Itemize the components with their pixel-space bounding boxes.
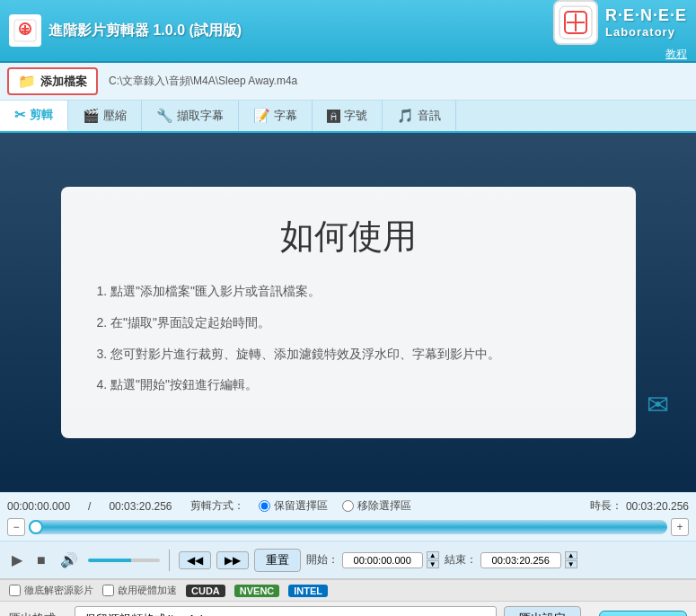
play-button[interactable]: ▶ <box>7 550 27 570</box>
how-to-steps: 1. 點選"添加檔案"匯入影片或音訊檔案。 2. 在"擷取"界面設定起始時間。 … <box>97 277 600 399</box>
brand-subtitle: Laboratory <box>605 25 687 39</box>
tab-subtitle[interactable]: 📝 字幕 <box>239 101 313 131</box>
format-row: 匯出格式： 保留源視頻格式(*.m4a) 匯出設定 <box>0 602 590 616</box>
time-separator: / <box>88 500 91 513</box>
keep-radio[interactable]: 保留選擇區 <box>259 498 328 514</box>
tab-denoise[interactable]: 🔧 擷取字幕 <box>142 101 239 131</box>
title-bar: + 進階影片剪輯器 1.0.0 (試用版) R·E·N·E·E Laborato… <box>0 0 696 63</box>
timeline-bar-wrap: − + <box>7 518 689 536</box>
cut-mode-label: 剪輯方式： <box>190 498 244 514</box>
tabs-bar: ✂ 剪輯 🎬 壓縮 🔧 擷取字幕 📝 字幕 🅰 字號 🎵 音訊 <box>0 101 696 133</box>
tab-compress-label: 壓縮 <box>103 108 127 124</box>
cuda-badge: CUDA <box>186 585 225 597</box>
step-4: 4. 點選"開始"按鈕進行編輯。 <box>97 371 600 399</box>
tab-watermark-label: 字號 <box>344 108 367 124</box>
timeline-info: 00:00:00.000 / 00:03:20.256 剪輯方式： 保留選擇區 … <box>7 497 689 515</box>
separator-1 <box>169 550 170 571</box>
next-frame-button[interactable]: ▶▶ <box>216 551 249 569</box>
title-right: R·E·N·E·E Laboratory 教程 <box>553 0 687 62</box>
duration-label: 時長： <box>590 498 622 514</box>
end-time-input[interactable] <box>480 552 561 568</box>
bottom-section: 徹底解密源影片 啟用硬體加速 CUDA NVENC INTEL 匯出格式： 保留… <box>0 578 696 616</box>
output-settings-button[interactable]: 匯出設定 <box>504 606 581 616</box>
timeline-zoom-out[interactable]: − <box>7 518 25 536</box>
step-2: 2. 在"擷取"界面設定起始時間。 <box>97 309 600 337</box>
tab-subtitle-label: 字幕 <box>274 108 297 124</box>
decrypt-label: 徹底解密源影片 <box>24 584 93 597</box>
total-time: 00:03:20.256 <box>109 500 172 513</box>
keep-label: 保留選擇區 <box>274 498 328 514</box>
prev-frame-button[interactable]: ◀◀ <box>179 551 211 569</box>
volume-slider[interactable] <box>88 559 160 562</box>
start-down-btn[interactable]: ▼ <box>427 560 439 568</box>
cut-mode-group: 剪輯方式： 保留選擇區 移除選擇區 <box>190 498 411 514</box>
gpu-row: 徹底解密源影片 啟用硬體加速 CUDA NVENC INTEL <box>0 580 696 602</box>
start-button[interactable]: 開始 <box>599 611 687 616</box>
keep-radio-input[interactable] <box>259 500 270 512</box>
reset-button[interactable]: 重置 <box>254 549 301 572</box>
duration-value: 00:03:20.256 <box>626 500 689 513</box>
tab-compress[interactable]: 🎬 壓縮 <box>68 101 142 131</box>
format-select[interactable]: 保留源視頻格式(*.m4a) <box>75 606 497 616</box>
start-spin-btns: ▲ ▼ <box>427 551 439 568</box>
time-right: 時長： 00:03:20.256 <box>590 498 689 514</box>
end-time-group: 結束： ▲ ▼ <box>445 551 577 568</box>
tab-audio-label: 音訊 <box>418 108 441 124</box>
app-title: 進階影片剪輯器 1.0.0 (試用版) <box>48 22 242 40</box>
volume-button[interactable]: 🔊 <box>56 550 83 570</box>
intel-badge: INTEL <box>288 585 328 597</box>
brand-text: R·E·N·E·E Laboratory <box>605 6 687 39</box>
compress-icon: 🎬 <box>83 108 100 124</box>
denoise-icon: 🔧 <box>156 108 173 124</box>
main-area: 如何使用 1. 點選"添加檔案"匯入影片或音訊檔案。 2. 在"擷取"界面設定起… <box>0 133 696 492</box>
brand-logo: R·E·N·E·E Laboratory <box>553 0 687 45</box>
how-to-panel: 如何使用 1. 點選"添加檔案"匯入影片或音訊檔案。 2. 在"擷取"界面設定起… <box>61 187 636 438</box>
brand-icon <box>553 0 598 45</box>
file-path: C:\文章錄入\音頻\M4A\Sleep Away.m4a <box>103 72 303 91</box>
tutorial-link[interactable]: 教程 <box>665 47 687 62</box>
watermark-icon: 🅰 <box>327 109 340 124</box>
subtitle-icon: 📝 <box>253 108 270 124</box>
format-label: 匯出格式： <box>9 611 67 616</box>
audio-icon: 🎵 <box>397 108 414 124</box>
cut-icon: ✂ <box>14 107 26 123</box>
output-rows-wrap: 匯出格式： 保留源視頻格式(*.m4a) 匯出設定 匯出位置： 📁 🔍 <box>0 602 590 616</box>
remove-label: 移除選擇區 <box>357 498 411 514</box>
remove-radio-input[interactable] <box>342 500 354 512</box>
output-rows-and-start: 匯出格式： 保留源視頻格式(*.m4a) 匯出設定 匯出位置： 📁 🔍 開始 <box>0 602 696 616</box>
tab-cut-label: 剪輯 <box>30 107 53 123</box>
brand-name: R·E·N·E·E <box>605 6 687 25</box>
tab-denoise-label: 擷取字幕 <box>177 108 224 124</box>
end-down-btn[interactable]: ▼ <box>565 560 577 568</box>
decrypt-check-input[interactable] <box>9 585 21 596</box>
timeline-bar[interactable] <box>29 520 667 534</box>
remove-radio[interactable]: 移除選擇區 <box>342 498 411 514</box>
timeline-thumb[interactable] <box>29 520 43 534</box>
decrypt-checkbox[interactable]: 徹底解密源影片 <box>9 584 93 597</box>
toolbar: 📁 添加檔案 C:\文章錄入\音頻\M4A\Sleep Away.m4a <box>0 63 696 101</box>
current-time: 00:00:00.000 <box>7 500 70 513</box>
timeline-zoom-in[interactable]: + <box>671 518 689 536</box>
stop-button[interactable]: ■ <box>32 550 50 570</box>
end-up-btn[interactable]: ▲ <box>565 551 577 559</box>
tab-audio[interactable]: 🎵 音訊 <box>383 101 456 131</box>
tab-cut[interactable]: ✂ 剪輯 <box>0 101 68 131</box>
start-label: 開始： <box>306 552 339 568</box>
nvenc-badge: NVENC <box>234 585 280 597</box>
add-file-button[interactable]: 📁 添加檔案 <box>7 67 98 95</box>
end-label: 結束： <box>445 552 477 568</box>
how-to-title: 如何使用 <box>97 214 600 260</box>
accel-check-input[interactable] <box>102 585 114 596</box>
start-time-input[interactable] <box>342 552 423 568</box>
accel-label: 啟用硬體加速 <box>118 584 177 597</box>
start-up-btn[interactable]: ▲ <box>427 551 439 559</box>
start-wrap: 開始 <box>590 602 696 616</box>
folder-icon: 📁 <box>18 73 36 90</box>
accel-checkbox[interactable]: 啟用硬體加速 <box>102 584 177 597</box>
step-3: 3. 您可對影片進行裁剪、旋轉、添加濾鏡特效及浮水印、字幕到影片中。 <box>97 340 600 368</box>
app-icon: + <box>9 14 41 47</box>
start-time-group: 開始： ▲ ▼ <box>306 551 439 568</box>
tab-watermark[interactable]: 🅰 字號 <box>313 101 383 131</box>
add-file-label: 添加檔案 <box>40 74 87 90</box>
title-left: + 進階影片剪輯器 1.0.0 (試用版) <box>9 14 242 47</box>
